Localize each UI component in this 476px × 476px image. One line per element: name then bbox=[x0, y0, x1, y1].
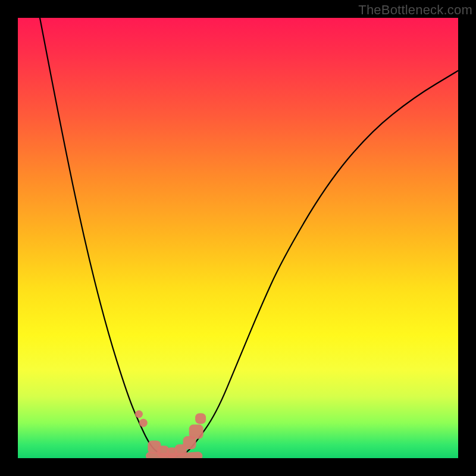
watermark-text: TheBottleneck.com bbox=[358, 2, 472, 18]
curve-marker bbox=[189, 425, 203, 439]
curve-marker bbox=[195, 413, 206, 424]
plot-area bbox=[18, 18, 458, 458]
bottleneck-curve bbox=[18, 18, 458, 458]
chart-frame: TheBottleneck.com bbox=[0, 0, 476, 476]
curve-markers bbox=[135, 411, 206, 459]
curve-marker bbox=[139, 419, 148, 427]
curve-marker bbox=[135, 411, 143, 418]
curve-path bbox=[40, 18, 458, 456]
